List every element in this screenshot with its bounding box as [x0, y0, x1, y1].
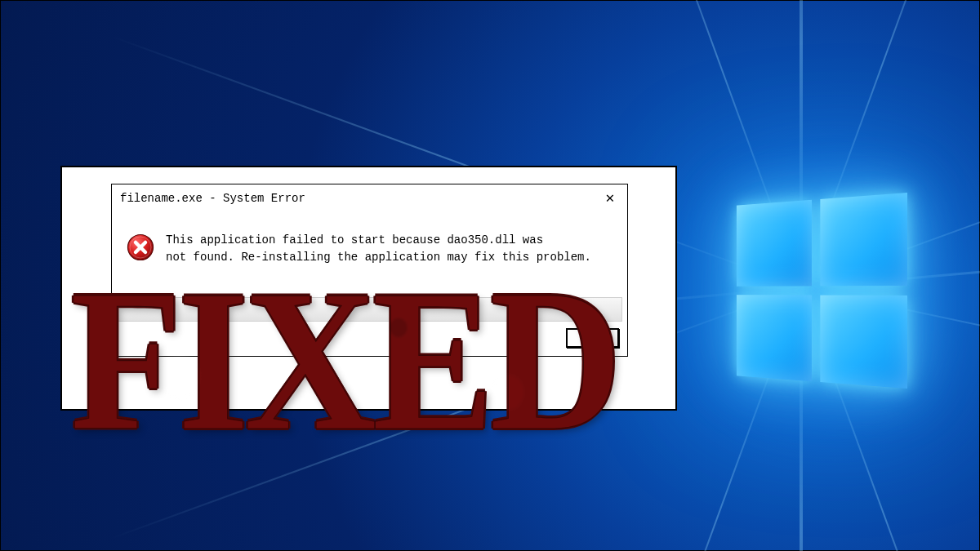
dialog-footer: OK	[112, 322, 627, 356]
dialog-outer-frame: filename.exe - System Error ✕	[60, 166, 677, 411]
dialog-title: filename.exe - System Error	[120, 192, 601, 205]
error-dialog: filename.exe - System Error ✕	[111, 184, 628, 357]
progress-bar	[117, 297, 622, 322]
windows-logo	[711, 193, 907, 389]
close-icon: ✕	[606, 191, 615, 206]
logo-pane	[820, 295, 907, 389]
logo-pane	[737, 295, 812, 381]
error-icon	[127, 233, 154, 265]
close-button[interactable]: ✕	[601, 189, 619, 207]
dialog-titlebar: filename.exe - System Error ✕	[112, 184, 627, 212]
logo-pane	[820, 193, 907, 286]
logo-pane	[737, 200, 812, 287]
windows-desktop: filename.exe - System Error ✕	[0, 0, 980, 551]
dialog-message: This application failed to start because…	[166, 232, 591, 266]
ok-button[interactable]: OK	[566, 328, 619, 348]
dialog-body: This application failed to start because…	[112, 212, 627, 282]
